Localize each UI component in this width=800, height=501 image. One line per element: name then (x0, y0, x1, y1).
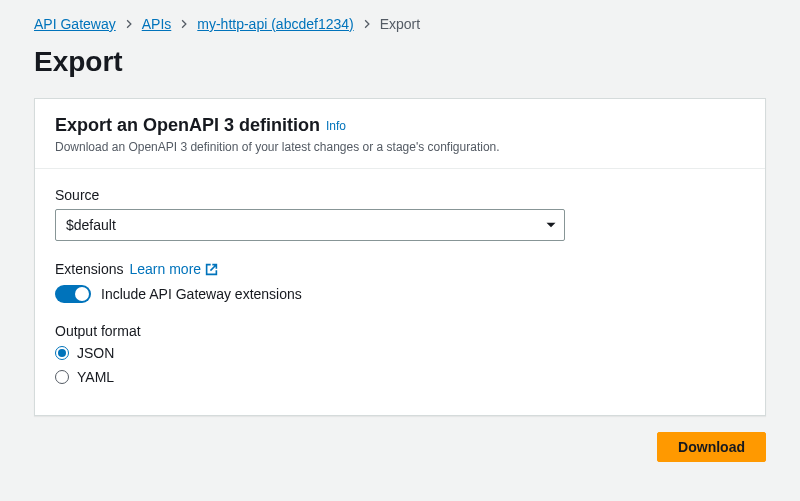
source-select[interactable]: $default (55, 209, 565, 241)
external-link-icon (205, 263, 218, 276)
learn-more-link[interactable]: Learn more (129, 261, 218, 277)
breadcrumb: API Gateway APIs my-http-api (abcdef1234… (34, 16, 766, 32)
download-button[interactable]: Download (657, 432, 766, 462)
output-format-json-label: JSON (77, 345, 114, 361)
breadcrumb-link-api-gateway[interactable]: API Gateway (34, 16, 116, 32)
chevron-right-icon (124, 19, 134, 29)
chevron-right-icon (362, 19, 372, 29)
include-extensions-label: Include API Gateway extensions (101, 286, 302, 302)
breadcrumb-link-api[interactable]: my-http-api (abcdef1234) (197, 16, 353, 32)
breadcrumb-link-apis[interactable]: APIs (142, 16, 172, 32)
extensions-label: Extensions (55, 261, 123, 277)
info-link[interactable]: Info (326, 119, 346, 133)
chevron-right-icon (179, 19, 189, 29)
radio-unselected-icon (55, 370, 69, 384)
radio-selected-icon (55, 346, 69, 360)
breadcrumb-current: Export (380, 16, 420, 32)
learn-more-text: Learn more (129, 261, 201, 277)
include-extensions-toggle[interactable] (55, 285, 91, 303)
output-format-yaml-label: YAML (77, 369, 114, 385)
page-title: Export (34, 46, 766, 78)
source-label: Source (55, 187, 745, 203)
panel-description: Download an OpenAPI 3 definition of your… (55, 140, 745, 154)
output-format-json[interactable]: JSON (55, 345, 745, 361)
output-format-yaml[interactable]: YAML (55, 369, 745, 385)
panel-title: Export an OpenAPI 3 definition (55, 115, 320, 136)
export-panel: Export an OpenAPI 3 definition Info Down… (34, 98, 766, 416)
output-format-label: Output format (55, 323, 745, 339)
